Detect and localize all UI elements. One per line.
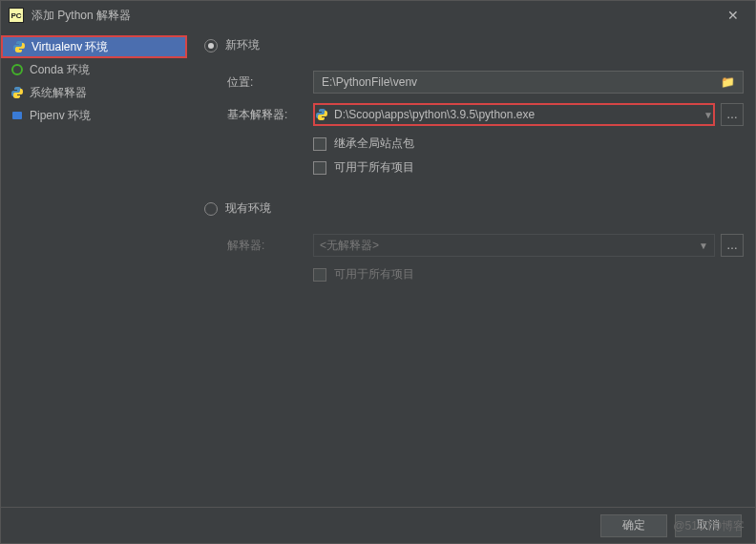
sidebar: Virtualenv 环境 Conda 环境 系统解释器 Pipenv 环境 bbox=[1, 30, 187, 507]
dialog-body: Virtualenv 环境 Conda 环境 系统解释器 Pipenv 环境 新… bbox=[1, 30, 755, 507]
sidebar-item-system[interactable]: 系统解释器 bbox=[1, 81, 187, 104]
available-all-label-2: 可用于所有项目 bbox=[334, 266, 414, 282]
interpreter-label: 解释器: bbox=[227, 238, 313, 254]
location-input[interactable]: E:\PythonFile\venv 📁 bbox=[313, 71, 744, 94]
interpreter-dropdown: <无解释器> ▼ bbox=[313, 234, 715, 257]
new-env-radio-row[interactable]: 新环境 bbox=[204, 37, 744, 53]
base-interpreter-label: 基本解释器: bbox=[227, 107, 313, 123]
python-icon bbox=[12, 40, 26, 53]
inherit-label: 继承全局站点包 bbox=[334, 136, 414, 152]
sidebar-item-pipenv[interactable]: Pipenv 环境 bbox=[1, 104, 187, 127]
python-icon bbox=[315, 108, 328, 121]
location-row: 位置: E:\PythonFile\venv 📁 bbox=[204, 71, 744, 94]
svg-point-0 bbox=[12, 65, 22, 74]
sidebar-item-label: Conda 环境 bbox=[30, 62, 90, 78]
checkbox-icon[interactable] bbox=[313, 161, 326, 175]
conda-icon bbox=[10, 63, 24, 76]
existing-env-label: 现有环境 bbox=[225, 200, 271, 217]
sidebar-item-label: Virtualenv 环境 bbox=[32, 39, 108, 55]
sidebar-item-label: Pipenv 环境 bbox=[30, 108, 91, 124]
python-icon bbox=[10, 86, 24, 99]
new-env-label: 新环境 bbox=[225, 37, 260, 53]
inherit-checkbox-row[interactable]: 继承全局站点包 bbox=[313, 136, 744, 152]
cancel-button[interactable]: 取消 bbox=[675, 514, 742, 537]
svg-rect-1 bbox=[12, 112, 22, 119]
browse-button[interactable]: … bbox=[721, 103, 744, 126]
checkbox-icon[interactable] bbox=[313, 137, 326, 151]
interpreter-value: <无解释器> bbox=[320, 238, 379, 254]
window-title: 添加 Python 解释器 bbox=[32, 8, 719, 24]
location-label: 位置: bbox=[227, 74, 313, 91]
existing-env-radio-row[interactable]: 现有环境 bbox=[204, 200, 744, 217]
interpreter-row: 解释器: <无解释器> ▼ … bbox=[204, 234, 744, 257]
location-value: E:\PythonFile\venv bbox=[322, 75, 417, 89]
radio-icon[interactable] bbox=[204, 39, 218, 52]
folder-icon[interactable]: 📁 bbox=[721, 75, 735, 89]
sidebar-item-virtualenv[interactable]: Virtualenv 环境 bbox=[1, 35, 187, 58]
pipenv-icon bbox=[10, 109, 24, 122]
main-panel: 新环境 位置: E:\PythonFile\venv 📁 基本解释器: D:\S… bbox=[187, 30, 755, 507]
base-interpreter-dropdown[interactable]: D:\Scoop\apps\python\3.9.5\python.exe ▼ bbox=[313, 103, 715, 126]
checkbox-icon bbox=[313, 268, 326, 282]
chevron-down-icon: ▼ bbox=[704, 110, 713, 120]
radio-icon[interactable] bbox=[204, 202, 218, 216]
close-icon[interactable]: ✕ bbox=[719, 8, 747, 23]
available-all-label: 可用于所有项目 bbox=[334, 159, 414, 176]
base-interpreter-value: D:\Scoop\apps\python\3.9.5\python.exe bbox=[334, 108, 535, 121]
browse-button[interactable]: … bbox=[721, 234, 744, 257]
base-interpreter-row: 基本解释器: D:\Scoop\apps\python\3.9.5\python… bbox=[204, 103, 744, 126]
app-icon: PC bbox=[9, 8, 24, 23]
footer: 确定 取消 bbox=[1, 507, 755, 543]
available-all-checkbox-row-2: 可用于所有项目 bbox=[313, 266, 744, 282]
ok-button[interactable]: 确定 bbox=[600, 514, 667, 537]
titlebar: PC 添加 Python 解释器 ✕ bbox=[1, 1, 755, 30]
available-all-checkbox-row[interactable]: 可用于所有项目 bbox=[313, 159, 744, 176]
sidebar-item-conda[interactable]: Conda 环境 bbox=[1, 58, 187, 81]
chevron-down-icon: ▼ bbox=[699, 241, 708, 251]
sidebar-item-label: 系统解释器 bbox=[30, 85, 87, 101]
